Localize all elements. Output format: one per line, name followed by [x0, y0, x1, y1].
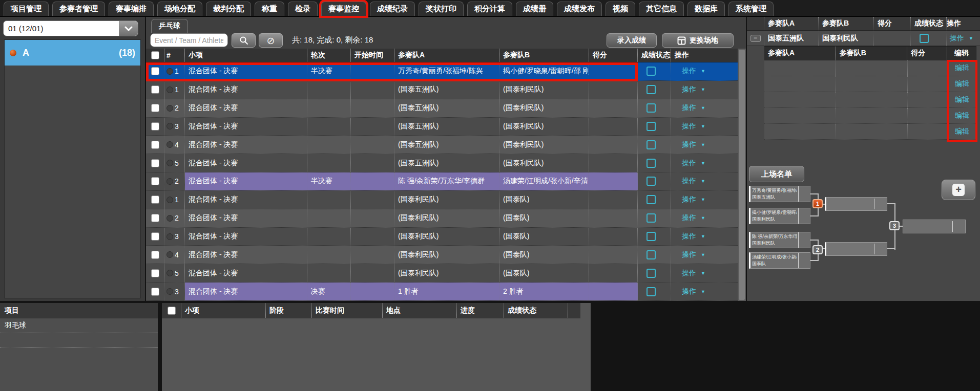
sport-row[interactable]: 羽毛球 — [0, 318, 158, 333]
score-status-checkbox[interactable] — [647, 269, 656, 278]
match-table-row[interactable]: 4 混合团体 - 决赛 (国泰五洲队) (国泰利民队) 操作▼ — [146, 136, 738, 154]
row-checkbox[interactable] — [151, 177, 159, 185]
action-dropdown[interactable]: 操作▼ — [682, 103, 705, 113]
menu-item-奖状打印[interactable]: 奖状打印 — [419, 2, 464, 16]
collapse-button[interactable]: − — [750, 35, 761, 42]
action-dropdown[interactable]: 操作▼ — [682, 213, 705, 223]
menu-item-成绩发布[interactable]: 成绩发布 — [557, 2, 602, 16]
action-dropdown[interactable]: 操作▼ — [682, 232, 705, 241]
score-status-checkbox[interactable] — [647, 177, 656, 186]
score-status-checkbox[interactable] — [647, 140, 656, 149]
menu-item-检录[interactable]: 检录 — [288, 2, 318, 16]
match-table-row[interactable]: 4 混合团体 - 决赛 (国泰利民队) (国泰队) 操作▼ — [146, 246, 738, 264]
menu-item-成绩纪录[interactable]: 成绩纪录 — [370, 2, 415, 16]
action-dropdown[interactable]: 操作▼ — [950, 34, 973, 43]
bottom-select-all-checkbox[interactable] — [168, 307, 176, 315]
row-checkbox[interactable] — [151, 122, 159, 131]
table-scrollbar[interactable] — [738, 49, 746, 301]
row-checkbox[interactable] — [151, 288, 159, 296]
row-checkbox[interactable] — [151, 269, 159, 277]
menu-item-场地分配[interactable]: 场地分配 — [157, 2, 202, 16]
action-dropdown[interactable]: 操作▼ — [682, 122, 705, 131]
menu-item-积分计算[interactable]: 积分计算 — [467, 2, 512, 16]
menu-item-赛事编排[interactable]: 赛事编排 — [109, 2, 154, 16]
bracket-team-box[interactable]: 陈 强/余新荣/万东华/李 国泰利民队 — [749, 232, 810, 248]
bracket-team-box[interactable]: 万秀奇/黄丽勇/张福坤/ 国泰五洲队 — [749, 186, 810, 202]
score-status-checkbox[interactable] — [647, 232, 656, 241]
row-checkbox[interactable] — [151, 141, 159, 149]
menu-item-其它信息[interactable]: 其它信息 — [639, 2, 684, 16]
sport-row-empty[interactable] — [0, 333, 158, 348]
action-dropdown[interactable]: 操作▼ — [682, 250, 705, 259]
menu-item-系统管理[interactable]: 系统管理 — [728, 2, 774, 16]
match-table-row[interactable]: 1 混合团体 - 决赛 半决赛 万秀奇/黄丽勇/张福坤/陈兴 揭小健/罗晓泉/雷… — [146, 62, 738, 81]
tab-table-tennis[interactable]: 乒乓球 — [151, 19, 188, 33]
row-checkbox[interactable] — [151, 85, 159, 94]
row-checkbox[interactable] — [151, 251, 159, 259]
match-table-row[interactable]: 2 混合团体 - 决赛 半决赛 陈 强/余新荣/万东华/李德群 汤建荣/江明成/… — [146, 172, 738, 191]
right-match-row[interactable]: − 国泰五洲队 国泰利民队 操作▼ — [747, 31, 980, 46]
row-checkbox[interactable] — [151, 159, 159, 167]
match-table-row[interactable]: 1 混合团体 - 决赛 (国泰利民队) (国泰队) 操作▼ — [146, 191, 738, 209]
action-dropdown[interactable]: 操作▼ — [682, 269, 705, 278]
action-dropdown[interactable]: 操作▼ — [682, 140, 705, 149]
bracket-team-box[interactable]: 揭小健/罗晓泉/雷朝晖/ 国泰利民队 — [749, 208, 810, 224]
add-button[interactable]: + — [942, 180, 975, 200]
session-select[interactable]: 01 (12/01) — [3, 20, 138, 36]
match-table-row[interactable]: 1 混合团体 - 决赛 (国泰五洲队) (国泰利民队) 操作▼ — [146, 81, 738, 99]
row-checkbox[interactable] — [151, 104, 159, 112]
menu-item-裁判分配[interactable]: 裁判分配 — [206, 2, 251, 16]
search-input[interactable] — [150, 33, 228, 47]
match-table-row[interactable]: 5 混合团体 - 决赛 (国泰五洲队) (国泰利民队) 操作▼ — [146, 154, 738, 172]
group-list-item[interactable]: A (18) — [5, 40, 140, 66]
score-status-checkbox[interactable] — [647, 195, 656, 204]
edit-link[interactable]: 编辑 — [955, 127, 969, 136]
edit-link[interactable]: 编辑 — [955, 63, 969, 73]
score-status-checkbox[interactable] — [647, 159, 656, 168]
match-table-row[interactable]: 2 混合团体 - 决赛 (国泰利民队) (国泰队) 操作▼ — [146, 209, 738, 228]
menu-item-称重[interactable]: 称重 — [255, 2, 284, 16]
edit-link[interactable]: 编辑 — [955, 111, 969, 120]
score-status-checkbox[interactable] — [647, 287, 656, 296]
score-status-checkbox[interactable] — [647, 122, 656, 131]
row-checkbox[interactable] — [151, 232, 159, 241]
clear-filter-button[interactable]: ⊘ — [259, 33, 283, 48]
select-all-checkbox[interactable] — [151, 51, 159, 59]
action-dropdown[interactable]: 操作▼ — [682, 195, 705, 204]
score-status-checkbox[interactable] — [647, 67, 656, 76]
menu-item-成绩册[interactable]: 成绩册 — [516, 2, 553, 16]
row-checkbox[interactable] — [151, 214, 159, 222]
match-table-row[interactable]: 3 混合团体 - 决赛 (国泰利民队) (国泰队) 操作▼ — [146, 228, 738, 246]
edit-link[interactable]: 编辑 — [955, 95, 969, 104]
change-venue-button[interactable]: 更换场地 — [662, 33, 734, 48]
match-badge-1: 1 — [812, 199, 823, 208]
row-checkbox[interactable] — [151, 67, 159, 75]
score-status-checkbox[interactable] — [647, 103, 656, 113]
score-status-checkbox[interactable] — [647, 250, 656, 259]
match-table-row[interactable]: 5 混合团体 - 决赛 (国泰利民队) (国泰队) 操作▼ — [146, 264, 738, 283]
lineup-button[interactable]: 上场名单 — [749, 166, 804, 182]
score-status-checkbox[interactable] — [647, 213, 656, 223]
menu-item-数据库[interactable]: 数据库 — [687, 2, 725, 16]
menu-item-参赛者管理[interactable]: 参赛者管理 — [52, 2, 105, 16]
action-dropdown[interactable]: 操作▼ — [682, 85, 705, 94]
row-checkbox[interactable] — [151, 196, 159, 204]
enter-score-button[interactable]: 录入成绩 — [607, 33, 657, 48]
session-select-button[interactable] — [119, 21, 138, 36]
action-dropdown[interactable]: 操作▼ — [682, 159, 705, 168]
menu-item-视频[interactable]: 视频 — [606, 2, 635, 16]
score-status-checkbox[interactable] — [647, 85, 656, 94]
score-status-checkbox[interactable] — [920, 34, 929, 43]
action-dropdown[interactable]: 操作▼ — [682, 67, 705, 76]
bracket-team-box[interactable]: 汤建荣/江明成/张小新/ 国泰队 — [749, 252, 810, 269]
match-table-row[interactable]: 3 混合团体 - 决赛 (国泰五洲队) (国泰利民队) 操作▼ — [146, 118, 738, 136]
match-table-row[interactable]: 2 混合团体 - 决赛 (国泰五洲队) (国泰利民队) 操作▼ — [146, 99, 738, 118]
match-table-row[interactable]: 3 混合团体 - 决赛 决赛 1 胜者 2 胜者 操作▼ — [146, 283, 738, 301]
action-dropdown[interactable]: 操作▼ — [682, 287, 705, 296]
scrollbar-thumb[interactable] — [739, 50, 745, 300]
action-dropdown[interactable]: 操作▼ — [682, 177, 705, 186]
menu-item-项目管理[interactable]: 项目管理 — [4, 2, 49, 16]
edit-link[interactable]: 编辑 — [955, 79, 969, 89]
menu-item-赛事监控[interactable]: 赛事监控 — [321, 2, 366, 16]
search-button[interactable] — [232, 33, 256, 48]
